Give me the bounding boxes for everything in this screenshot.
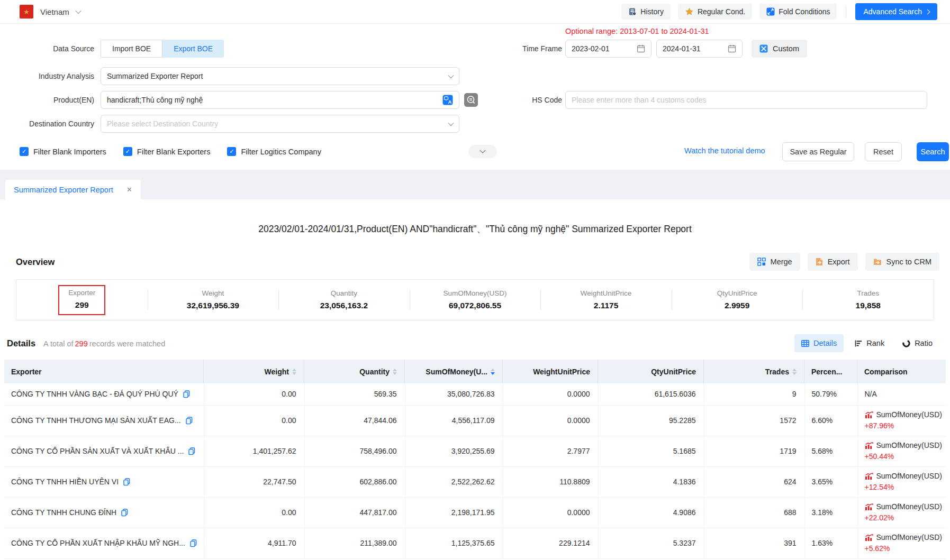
stat-label: WeightUnitPrice <box>581 289 632 297</box>
translate-icon[interactable]: A <box>442 95 453 105</box>
cell-sum-of-money: 1,125,375.65 <box>405 528 503 558</box>
stat-label: Weight <box>202 289 224 297</box>
destination-country-select[interactable]: Please select Destination Country <box>101 115 459 133</box>
cell-qty-unit-price: 5.3237 <box>598 528 704 558</box>
cell-percent: 6.60% <box>804 405 857 436</box>
filter-blank-importers-checkbox[interactable]: ✓ Filter Blank Importers <box>20 147 106 156</box>
report-content: 2023/02/01-2024/01/31,Product(EN) AND"ha… <box>0 223 950 559</box>
column-header-quantity[interactable]: Quantity <box>304 360 405 383</box>
sort-icons[interactable] <box>792 369 797 375</box>
sort-icons[interactable] <box>491 369 495 375</box>
filter-blank-exporters-checkbox[interactable]: ✓ Filter Blank Exporters <box>123 147 211 156</box>
exporter-name[interactable]: CÔNG TY TNHH HIỀN UYÊN VI <box>11 478 119 486</box>
save-as-regular-button[interactable]: Save as Regular <box>782 142 854 161</box>
tutorial-link[interactable]: Watch the tutorial demo <box>684 146 765 155</box>
history-icon <box>628 7 637 16</box>
sort-icons[interactable] <box>292 369 296 375</box>
cell-sum-of-money: 3,920,255.69 <box>405 436 503 466</box>
reset-button[interactable]: Reset <box>865 142 902 161</box>
column-header-trades[interactable]: Trades <box>704 360 804 383</box>
column-header-weightunitprice: WeightUnitPrice <box>503 360 598 383</box>
sort-icons[interactable] <box>393 369 397 375</box>
cell-trades: 391 <box>704 528 804 558</box>
exporter-name[interactable]: CÔNG TY CỔ PHẦN XUẤT NHẬP KHẨU MỸ NGH... <box>11 539 185 547</box>
view-ratio-button[interactable]: Ratio <box>895 334 939 352</box>
filter-logitics-company-checkbox[interactable]: ✓ Filter Logitics Company <box>227 147 321 156</box>
optional-range-note: Optional range: 2013-07-01 to 2024-01-31 <box>565 27 709 35</box>
rank-bars-icon <box>855 340 862 347</box>
checkbox-checked-icon: ✓ <box>20 147 29 156</box>
cell-quantity: 211,389.00 <box>304 528 405 558</box>
comparison-change: +22.02% <box>865 513 944 523</box>
exporter-name[interactable]: CÔNG TY CỔ PHẦN SẢN XUẤT VÀ XUẤT KHẨU ..… <box>11 447 184 455</box>
regular-cond-button[interactable]: Regular Cond. <box>678 4 752 20</box>
column-header-weight[interactable]: Weight <box>204 360 304 383</box>
export-button[interactable]: Export <box>808 253 858 271</box>
exporter-name[interactable]: CÔNG TY TNHH CHUNG ĐỈNH <box>11 508 116 517</box>
comparison-metric: SumOfMoney(USD) <box>876 533 942 543</box>
cell-weight: 22,747.50 <box>204 466 304 497</box>
column-header-sumofmoney-u-[interactable]: SumOfMoney(U... <box>405 360 503 383</box>
import-boe-tab[interactable]: Import BOE <box>101 40 162 58</box>
copy-icon[interactable] <box>190 539 197 547</box>
table-row: CÔNG TY CỔ PHẦN XUẤT NHẬP KHẨU MỸ NGH...… <box>4 528 946 558</box>
view-rank-button[interactable]: Rank <box>848 334 891 352</box>
tab-summarized-exporter-report[interactable]: Summarized Exporter Report ✕ <box>5 180 141 199</box>
copy-icon[interactable] <box>121 509 128 517</box>
date-to-value: 2024-01-31 <box>663 44 728 53</box>
view-details-button[interactable]: Details <box>794 334 844 352</box>
destination-country-label: Destination Country <box>10 115 94 133</box>
cell-trades: 688 <box>704 497 804 528</box>
product-en-label: Product(EN) <box>10 91 94 109</box>
date-to-input[interactable]: 2024-01-31 <box>656 40 743 58</box>
export-boe-tab[interactable]: Export BOE <box>162 40 224 58</box>
trend-chart-icon <box>865 442 873 449</box>
custom-range-button[interactable]: Custom <box>752 40 807 58</box>
industry-analysis-value: Summarized Exporter Report <box>107 72 449 80</box>
view-details-label: Details <box>813 339 837 347</box>
star-icon <box>685 7 694 16</box>
copy-icon[interactable] <box>123 478 130 486</box>
history-button[interactable]: History <box>621 4 671 20</box>
cell-comparison: N/A <box>857 383 946 405</box>
stat-label: QtyUnitPrice <box>717 289 757 297</box>
merge-icon <box>757 258 766 266</box>
exact-match-icon[interactable] <box>464 93 478 107</box>
copy-icon[interactable] <box>183 390 190 398</box>
cell-qty-unit-price: 4.1836 <box>598 466 704 497</box>
details-table: ExporterWeightQuantitySumOfMoney(U...Wei… <box>4 360 946 559</box>
stat-label: Quantity <box>331 289 357 297</box>
copy-icon[interactable] <box>188 447 195 455</box>
cell-percent: 3.18% <box>804 497 857 528</box>
merge-button[interactable]: Merge <box>749 253 800 271</box>
chevron-right-icon <box>925 9 930 14</box>
cell-weight: 0.00 <box>204 497 304 528</box>
copy-icon[interactable] <box>186 417 193 425</box>
country-name: Vietnam <box>40 7 69 16</box>
stat-value: 299 <box>75 300 89 310</box>
exporter-name[interactable]: CÔNG TY TNHH VÀNG BẠC - ĐÁ QUÝ PHÚ QUÝ <box>11 390 178 398</box>
advanced-search-button[interactable]: Advanced Search <box>855 3 937 20</box>
sync-to-crm-button[interactable]: Sync to CRM <box>865 253 939 271</box>
trend-chart-icon <box>865 534 873 541</box>
search-button[interactable]: Search <box>917 142 949 161</box>
date-from-input[interactable]: 2023-02-01 <box>565 40 652 58</box>
checkbox-label: Filter Logitics Company <box>241 148 321 156</box>
hs-code-input[interactable]: Please enter more than 4 customs codes <box>565 91 927 109</box>
cell-sum-of-money: 2,198,171.95 <box>405 497 503 528</box>
column-label: Comparison <box>864 368 908 376</box>
exporter-name[interactable]: CÔNG TY TNHH THƯƠNG MẠI SẢN XUẤT EAG... <box>11 416 181 425</box>
industry-analysis-select[interactable]: Summarized Exporter Report <box>101 67 459 85</box>
data-source-toggle: Import BOE Export BOE <box>101 40 224 58</box>
overview-heading: Overview <box>16 257 55 267</box>
country-selector[interactable]: ★ Vietnam <box>20 5 80 19</box>
column-label: Exporter <box>11 368 42 376</box>
close-icon[interactable]: ✕ <box>126 186 132 194</box>
fold-conditions-button[interactable]: Fold Conditions <box>759 4 837 20</box>
cell-sum-of-money: 4,556,117.09 <box>405 405 503 436</box>
collapse-form-button[interactable] <box>468 145 497 158</box>
cell-percent: 3.65% <box>804 466 857 497</box>
product-en-input[interactable]: handicraft;Thủ công mỹ nghệ A <box>101 91 459 109</box>
column-label: Percen... <box>811 368 842 376</box>
time-frame-label: Time Frame <box>487 40 562 58</box>
